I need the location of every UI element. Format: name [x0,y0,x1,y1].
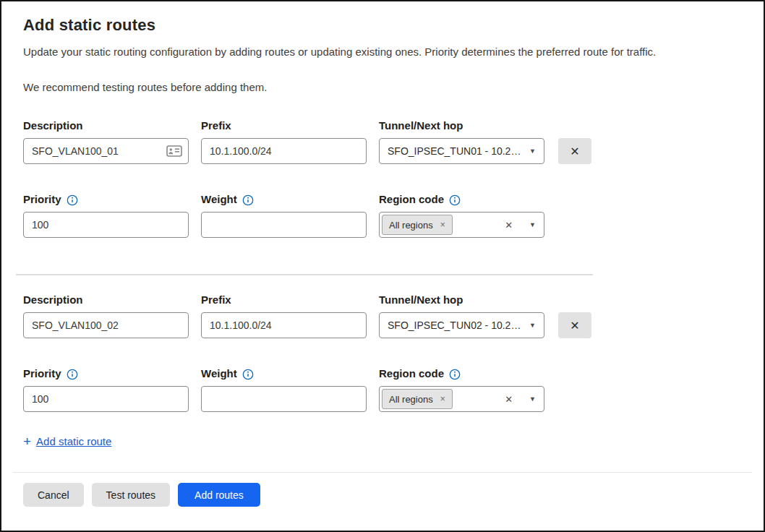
priority-field: Priority [23,367,189,412]
prefix-label: Prefix [201,119,367,132]
chevron-down-icon: ▼ [529,322,536,329]
intro-text: Update your static routing configuration… [23,46,742,58]
add-static-route-link[interactable]: Add static route [36,435,111,447]
description-input[interactable] [23,138,189,164]
cancel-button[interactable]: Cancel [23,483,84,507]
weight-label: Weight [201,193,367,206]
region-chip-label: All regions [389,394,433,405]
info-icon[interactable] [242,369,254,380]
weight-input[interactable] [201,212,367,238]
priority-label: Priority [23,193,189,206]
prefix-field: Prefix [201,293,367,338]
note-text: We recommend testing routes before addin… [23,81,742,93]
footer-actions: Cancel Test routes Add routes [1,473,764,507]
weight-label: Weight [201,367,367,380]
chip-remove-icon[interactable]: × [440,220,445,230]
info-icon[interactable] [67,194,78,206]
test-routes-button[interactable]: Test routes [92,483,170,507]
chip-remove-icon[interactable]: × [440,394,445,404]
contact-card-icon [166,145,182,157]
chevron-down-icon: ▼ [529,221,536,228]
tunnel-select[interactable]: SFO_IPSEC_TUN02 - 10.25... ▼ [379,312,544,338]
page-title: Add static routes [23,16,742,35]
region-code-select[interactable]: All regions × ✕ ▼ [379,386,544,412]
weight-field: Weight [201,367,367,412]
route-divider [16,274,593,275]
info-icon[interactable] [449,194,461,206]
prefix-input[interactable] [201,312,367,338]
info-icon[interactable] [449,369,461,380]
tunnel-select-value: SFO_IPSEC_TUN01 - 10.25... [388,145,523,157]
route-block-2: Description Prefix Tunnel/Next hop SFO_I… [23,293,742,412]
info-icon[interactable] [67,369,78,380]
tunnel-field: Tunnel/Next hop SFO_IPSEC_TUN01 - 10.25.… [379,119,544,164]
weight-input[interactable] [201,386,367,412]
region-code-field: Region code All regions × ✕ ▼ [379,193,544,238]
info-icon[interactable] [242,194,254,206]
region-chip: All regions × [382,389,453,409]
remove-route-button[interactable]: ✕ [558,138,591,164]
add-static-route-row: + Add static route [23,434,742,448]
prefix-field: Prefix [201,119,367,164]
region-code-label: Region code [379,193,544,206]
chevron-down-icon: ▼ [529,395,536,403]
chevron-down-icon: ▼ [529,147,536,155]
region-chip: All regions × [382,215,453,235]
prefix-input[interactable] [201,138,367,164]
priority-input[interactable] [23,386,189,412]
region-chip-label: All regions [389,220,433,231]
description-input[interactable] [23,312,189,338]
priority-input[interactable] [23,212,189,238]
tunnel-label: Tunnel/Next hop [379,293,544,306]
tunnel-label: Tunnel/Next hop [379,119,544,132]
add-routes-button[interactable]: Add routes [178,483,260,507]
description-label: Description [23,293,189,306]
weight-field: Weight [201,193,367,238]
priority-field: Priority [23,193,189,238]
tunnel-select-value: SFO_IPSEC_TUN02 - 10.25... [388,319,523,331]
clear-selection-icon[interactable]: ✕ [505,220,513,231]
description-field: Description [23,293,189,338]
region-code-label: Region code [379,367,544,380]
description-field: Description [23,119,189,164]
tunnel-select[interactable]: SFO_IPSEC_TUN01 - 10.25... ▼ [379,138,544,164]
clear-selection-icon[interactable]: ✕ [505,394,513,405]
prefix-label: Prefix [201,293,367,306]
region-code-select[interactable]: All regions × ✕ ▼ [379,212,544,238]
route-block-1: Description Prefix Tunnel/Next hop [23,119,742,238]
tunnel-field: Tunnel/Next hop SFO_IPSEC_TUN02 - 10.25.… [379,293,544,338]
region-code-field: Region code All regions × ✕ ▼ [379,367,544,412]
description-label: Description [23,119,189,132]
plus-icon: + [23,434,31,448]
add-static-routes-dialog: Add static routes Update your static rou… [1,1,764,448]
remove-route-button[interactable]: ✕ [558,312,591,338]
priority-label: Priority [23,367,189,380]
